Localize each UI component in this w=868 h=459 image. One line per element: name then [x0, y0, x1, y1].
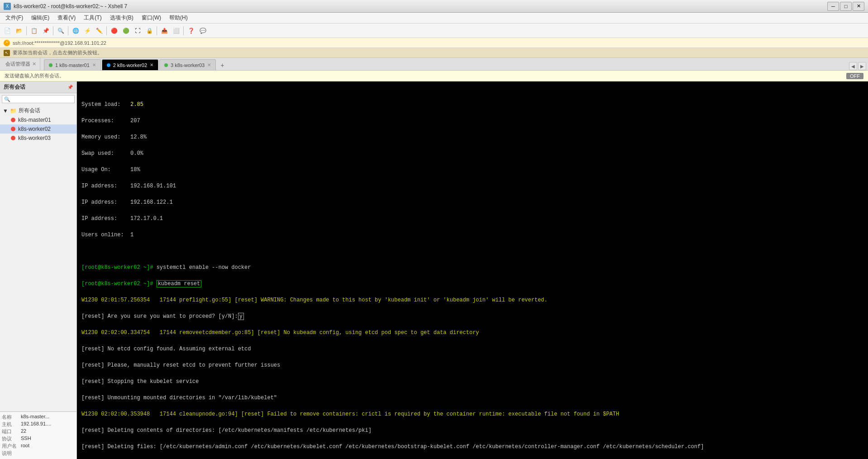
close-button[interactable]: ✕ [853, 2, 864, 11]
maximize-button[interactable]: □ [840, 2, 852, 11]
prop-label-protocol: 协议 [2, 435, 21, 442]
term-line-r1: [reset] No etcd config found. Assuming e… [81, 345, 863, 353]
tab-k8s-master01[interactable]: 1 k8s-master01 ✕ [44, 59, 101, 70]
tab-nav-left[interactable]: ◀ [849, 62, 857, 70]
broadcast-off-button[interactable]: OFF [846, 73, 863, 79]
menu-tabs[interactable]: 选项卡(B) [106, 13, 137, 23]
session-name-worker03: k8s-worker03 [18, 135, 51, 141]
toolbar-box[interactable]: ⬜ [171, 25, 181, 36]
menu-bar: 文件(F) 编辑(E) 查看(V) 工具(T) 选项卡(B) 窗口(W) 帮助(… [0, 13, 868, 24]
prop-value-name: k8s-master... [21, 414, 49, 421]
prop-row-port: 端口 22 [2, 428, 75, 435]
toolbar-b3[interactable]: 🔴 [109, 25, 119, 36]
app-icon: X [4, 3, 11, 10]
term-line-r3: [reset] Stopping the kubelet service [81, 378, 863, 386]
toolbar-copy[interactable]: 📋 [29, 25, 39, 36]
term-warn-2: W1230 02:02:00.334754 17144 removeetcdme… [81, 329, 863, 337]
toolbar-connect[interactable]: 🌐 [70, 25, 81, 36]
broadcast-bar: 发送键盘输入的所有会话。 OFF [0, 71, 868, 81]
prop-label-host: 主机 [2, 421, 21, 428]
tab-nav-right[interactable]: ▶ [858, 62, 866, 70]
term-input-1: [reset] Are you sure you want to proceed… [81, 312, 863, 320]
tab-dot-2 [107, 63, 110, 67]
tab-k8s-worker03[interactable]: 3 k8s-worker03 ✕ [159, 59, 216, 70]
toolbar-paste[interactable]: 📌 [40, 25, 51, 36]
prop-value-protocol: SSH [21, 435, 31, 442]
toolbar-b1[interactable]: ⚡ [82, 25, 93, 36]
session-dot-worker02 [11, 127, 15, 131]
toolbar-sep6 [183, 26, 184, 35]
term-line-r5: [reset] Deleting contents of directories… [81, 426, 863, 435]
ssh-connection-text: ssh://root:*************@192.168.91.101:… [13, 40, 106, 46]
tab-label-3: 3 k8s-worker03 [171, 62, 205, 68]
toolbar-fullscreen[interactable]: ⛶ [132, 25, 143, 36]
sidebar-header: 所有会话 📌 [0, 81, 76, 93]
tab-k8s-worker02[interactable]: 2 k8s-worker02 ✕ [102, 59, 158, 70]
prop-row-protocol: 协议 SSH [2, 435, 75, 442]
session-name-master01: k8s-master01 [18, 117, 51, 123]
tab-add-button[interactable]: + [217, 60, 228, 70]
toolbar-help[interactable]: ❓ [186, 25, 196, 36]
session-label-text: 会话管理器 [5, 61, 30, 67]
term-line-4: Swap used: 0.0% [81, 149, 863, 158]
term-line-1: System load: 2.85 [81, 100, 863, 109]
session-group-header[interactable]: ▼ 📁 所有会话 [0, 106, 76, 115]
tab-label-2: 2 k8s-worker02 [113, 62, 147, 68]
menu-tools[interactable]: 工具(T) [80, 13, 105, 23]
window-title: k8s-worker02 - root@k8s-worker02:~ - Xsh… [14, 3, 127, 10]
toolbar-new[interactable]: 📄 [2, 25, 13, 36]
tab-nav: ◀ ▶ [849, 62, 866, 70]
menu-window[interactable]: 窗口(W) [138, 13, 165, 23]
term-line-r4: [reset] Unmounting mounted directories i… [81, 394, 863, 402]
toolbar-lock[interactable]: 🔒 [144, 25, 155, 36]
toolbar-open[interactable]: 📂 [14, 25, 24, 36]
session-dot-master01 [11, 118, 15, 122]
prop-label-username: 用户名 [2, 443, 21, 449]
term-line-3: Memory used: 12.8% [81, 133, 863, 141]
session-dot-worker03 [11, 136, 15, 140]
tab-close-2[interactable]: ✕ [150, 62, 153, 67]
menu-edit[interactable]: 编辑(E) [28, 13, 53, 23]
sidebar-item-worker03[interactable]: k8s-worker03 [0, 134, 76, 143]
tab-close-1[interactable]: ✕ [92, 62, 96, 67]
sidebar-search-input[interactable] [2, 95, 75, 103]
main-area: 所有会话 📌 ▼ 📁 所有会话 k8s-master01 k8s-worker0… [0, 81, 868, 459]
notice-bar: ↖ 要添加当前会话，点击左侧的箭头按钮。 [0, 48, 868, 58]
toolbar-sep2 [53, 26, 53, 35]
group-folder-icon: 📁 [10, 108, 17, 114]
menu-file[interactable]: 文件(F) [2, 13, 27, 23]
sidebar-pin-icon[interactable]: 📌 [67, 85, 73, 90]
toolbar-transfer[interactable]: 📤 [159, 25, 170, 36]
toolbar-b4[interactable]: 🟢 [120, 25, 131, 36]
session-close-icon[interactable]: ✕ [32, 61, 36, 67]
prop-label-name: 名称 [2, 414, 21, 421]
toolbar-b2[interactable]: ✏️ [94, 25, 105, 36]
toolbar-find[interactable]: 🔍 [55, 25, 66, 36]
terminal[interactable]: System load: 2.85 Processes: 207 Memory … [77, 81, 868, 459]
sidebar-item-master01[interactable]: k8s-master01 [0, 115, 76, 124]
tab-label-1: 1 k8s-master01 [55, 62, 90, 68]
term-warn-1: W1230 02:01:57.256354 17144 preflight.go… [81, 296, 863, 304]
term-line-r6: [reset] Deleting files: [/etc/kubernetes… [81, 443, 863, 451]
prop-label-desc: 说明 [2, 450, 21, 457]
toolbar-sep4 [106, 26, 107, 35]
title-bar-left: X k8s-worker02 - root@k8s-worker02:~ - X… [4, 3, 127, 10]
group-expand-icon: ▼ [3, 108, 8, 114]
ssh-icon: 🔑 [4, 40, 10, 46]
menu-view[interactable]: 查看(V) [54, 13, 79, 23]
term-line-6: IP address: 192.168.91.101 [81, 182, 863, 190]
term-warn-3: W1230 02:02:00.353948 17144 cleanupnode.… [81, 410, 863, 418]
terminal-container: System load: 2.85 Processes: 207 Memory … [77, 81, 868, 459]
sidebar-item-worker02[interactable]: k8s-worker02 [0, 124, 76, 134]
tab-close-3[interactable]: ✕ [207, 62, 211, 67]
toolbar-sep1 [26, 26, 27, 35]
minimize-button[interactable]: ─ [827, 2, 839, 11]
term-line-9: Users online: 1 [81, 231, 863, 239]
tab-dot-1 [49, 63, 52, 67]
toolbar-chat[interactable]: 💬 [197, 25, 208, 36]
term-line-8: IP address: 172.17.0.1 [81, 215, 863, 223]
sidebar: 所有会话 📌 ▼ 📁 所有会话 k8s-master01 k8s-worker0… [0, 81, 77, 459]
toolbar: 📄 📂 📋 📌 🔍 🌐 ⚡ ✏️ 🔴 🟢 ⛶ 🔒 📤 ⬜ ❓ 💬 [0, 24, 868, 38]
menu-help[interactable]: 帮助(H) [166, 13, 191, 23]
tab-dot-3 [164, 63, 168, 67]
